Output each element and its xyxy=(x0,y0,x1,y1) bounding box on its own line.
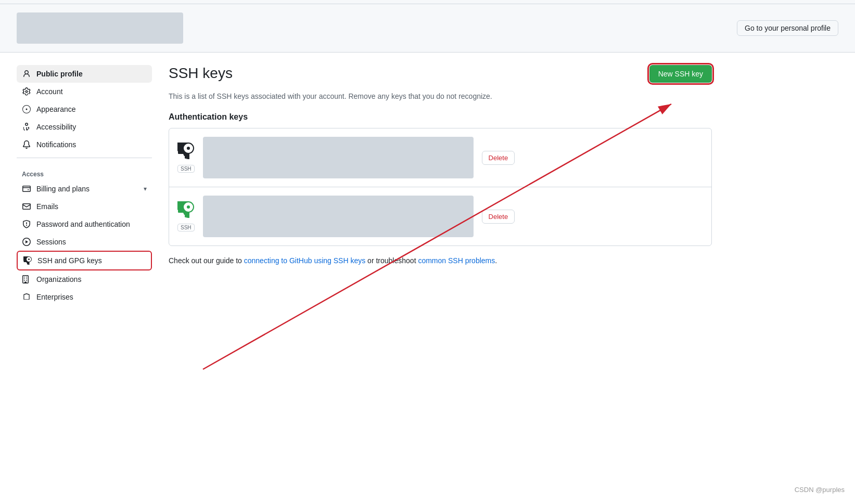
key-icon xyxy=(23,256,32,265)
sessions-icon xyxy=(22,237,31,247)
sidebar-label-organizations: Organizations xyxy=(36,275,81,283)
sidebar-nav-access: Billing and plans ▾ Emails Password and … xyxy=(17,180,152,306)
sidebar-item-notifications[interactable]: Notifications xyxy=(17,136,152,153)
personal-profile-button[interactable]: Go to your personal profile xyxy=(737,20,838,36)
chevron-down-icon: ▾ xyxy=(144,185,147,192)
ssh-key-icon-1 xyxy=(177,143,194,163)
sidebar-label-account: Account xyxy=(36,87,63,96)
shield-icon xyxy=(22,219,31,229)
sidebar-item-sessions[interactable]: Sessions xyxy=(17,233,152,251)
new-ssh-key-button[interactable]: New SSH key xyxy=(649,65,712,83)
top-bar xyxy=(0,0,855,4)
person-icon xyxy=(22,69,31,79)
key-badge-1: SSH xyxy=(177,165,195,173)
sidebar-divider xyxy=(17,158,152,158)
billing-icon xyxy=(22,184,31,193)
appearance-icon xyxy=(22,105,31,114)
table-row: SSH Delete xyxy=(169,187,711,245)
page-header: SSH keys New SSH key xyxy=(169,65,712,83)
enterprises-icon xyxy=(22,292,31,302)
logo-placeholder xyxy=(17,12,183,44)
organizations-icon xyxy=(22,275,31,284)
sidebar-item-accessibility[interactable]: Accessibility xyxy=(17,118,152,136)
key-info-placeholder-1 xyxy=(203,137,474,178)
footer-text-after: . xyxy=(495,256,497,265)
sidebar-billing-left: Billing and plans xyxy=(22,184,90,193)
sidebar-label-ssh-gpg: SSH and GPG keys xyxy=(37,256,102,265)
bell-icon xyxy=(22,140,31,149)
key-icon-wrapper-1: SSH xyxy=(177,143,195,173)
footer-link-troubleshoot[interactable]: common SSH problems xyxy=(418,256,495,265)
main-layout: Public profile Account Appearance Access… xyxy=(0,53,729,318)
footer-text-before: Check out our guide to xyxy=(169,256,244,265)
sidebar-item-organizations[interactable]: Organizations xyxy=(17,270,152,288)
main-content: SSH keys New SSH key This is a list of S… xyxy=(169,65,712,306)
sidebar-label-accessibility: Accessibility xyxy=(36,123,76,131)
key-badge-2: SSH xyxy=(177,224,195,231)
sidebar-item-password[interactable]: Password and authentication xyxy=(17,215,152,233)
sidebar-label-billing: Billing and plans xyxy=(36,185,90,193)
ssh-key-icon-2 xyxy=(177,201,194,222)
sidebar-item-account[interactable]: Account xyxy=(17,83,152,100)
footer-text-middle: or troubleshoot xyxy=(365,256,418,265)
header-right: Go to your personal profile xyxy=(737,20,838,36)
sidebar-item-enterprises[interactable]: Enterprises xyxy=(17,288,152,306)
gear-icon xyxy=(22,87,31,96)
accessibility-icon xyxy=(22,122,31,132)
sidebar-label-notifications: Notifications xyxy=(36,140,76,149)
sidebar-nav-top: Public profile Account Appearance Access… xyxy=(17,65,152,153)
sidebar-item-ssh-gpg-keys[interactable]: SSH and GPG keys xyxy=(17,251,152,270)
delete-button-2[interactable]: Delete xyxy=(482,210,515,224)
sidebar-label-emails: Emails xyxy=(36,202,58,211)
key-info-placeholder-2 xyxy=(203,196,474,237)
sidebar: Public profile Account Appearance Access… xyxy=(17,65,152,306)
sidebar-label-enterprises: Enterprises xyxy=(36,293,73,301)
page-title: SSH keys xyxy=(169,65,233,82)
footer-link-connecting[interactable]: connecting to GitHub using SSH keys xyxy=(244,256,365,265)
sidebar-label-appearance: Appearance xyxy=(36,105,76,113)
sidebar-label-sessions: Sessions xyxy=(36,238,66,246)
page-description: This is a list of SSH keys associated wi… xyxy=(169,91,712,102)
sidebar-item-emails[interactable]: Emails xyxy=(17,198,152,215)
sidebar-item-public-profile[interactable]: Public profile xyxy=(17,65,152,83)
header-area: Go to your personal profile xyxy=(0,4,855,53)
auth-keys-heading: Authentication keys xyxy=(169,112,712,122)
sidebar-label-public-profile: Public profile xyxy=(36,70,83,78)
keys-container: SSH Delete SSH Delete xyxy=(169,128,712,246)
sidebar-item-billing[interactable]: Billing and plans ▾ xyxy=(17,180,152,198)
email-icon xyxy=(22,202,31,211)
key-icon-wrapper-2: SSH xyxy=(177,201,195,231)
table-row: SSH Delete xyxy=(169,128,711,187)
delete-button-1[interactable]: Delete xyxy=(482,151,515,165)
sidebar-item-appearance[interactable]: Appearance xyxy=(17,100,152,118)
footer-guide: Check out our guide to connecting to Git… xyxy=(169,256,712,265)
sidebar-label-password: Password and authentication xyxy=(36,220,130,228)
access-section-label: Access xyxy=(17,162,152,180)
